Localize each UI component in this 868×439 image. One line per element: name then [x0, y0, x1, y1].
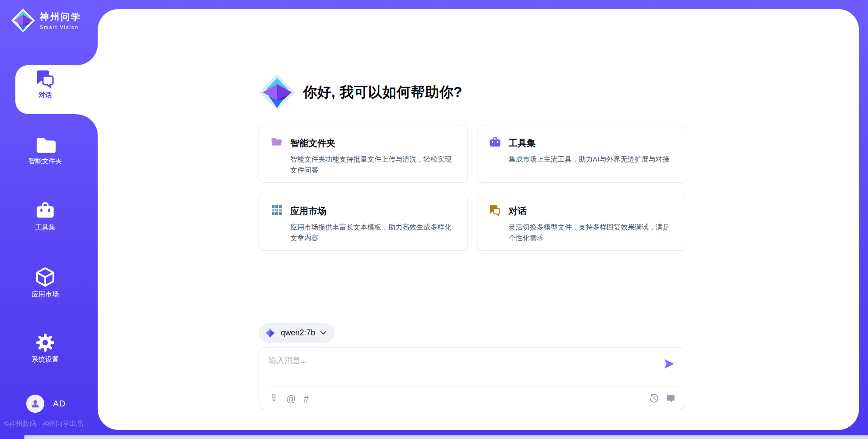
sidebar-item-label: 智能文件夹 — [0, 157, 90, 166]
send-icon — [663, 358, 675, 370]
card-title: 对话 — [509, 205, 527, 217]
brand-subtitle: Smart Vision — [40, 24, 81, 30]
chat-bubbles-icon — [0, 68, 90, 89]
sidebar-item-label: 工具集 — [0, 223, 90, 232]
main-content: 你好, 我可以如何帮助你? 智能文件夹 智能文件夹功能支持批量文件上传与清洗，轻… — [98, 9, 859, 430]
model-selector[interactable]: qwen2:7b — [259, 323, 335, 343]
briefcase-icon — [489, 136, 501, 150]
brand-name: 神州问学 — [40, 11, 81, 23]
feedback-icon[interactable] — [665, 393, 676, 404]
message-composer[interactable]: 输入消息... @ # — [259, 347, 686, 409]
horizontal-scrollbar[interactable] — [24, 435, 868, 439]
card-description: 应用市场提供丰富长文本模板，助力高效生成多样化文章内容 — [290, 222, 456, 244]
card-smart-folder[interactable]: 智能文件夹 智能文件夹功能支持批量文件上传与清洗，轻松实现文件问答 — [259, 125, 468, 183]
gear-icon — [0, 332, 90, 353]
chat-bubbles-icon — [489, 204, 501, 218]
feature-cards: 智能文件夹 智能文件夹功能支持批量文件上传与清洗，轻松实现文件问答 — [259, 125, 686, 251]
message-input[interactable]: 输入消息... — [269, 355, 307, 366]
chevron-down-icon — [320, 331, 326, 335]
attach-icon[interactable] — [269, 393, 278, 404]
cube-icon — [0, 266, 90, 288]
mention-icon[interactable]: @ — [286, 394, 296, 403]
person-icon — [30, 398, 41, 409]
topic-icon[interactable]: # — [303, 394, 309, 403]
card-title: 工具集 — [509, 137, 536, 149]
tab-fillet-top — [76, 44, 98, 66]
card-description: 智能文件夹功能支持批量文件上传与清洗，轻松实现文件问答 — [290, 154, 456, 176]
folder-open-icon — [270, 136, 283, 150]
user-initials: AD — [53, 399, 66, 409]
card-description: 灵活切换多模型文件，支持多样回复效果调试，满足个性化需求 — [509, 222, 674, 244]
toolbox-icon — [0, 200, 90, 221]
copyright-text: ©神州数码 · 神州问学出品 — [4, 420, 83, 428]
avatar — [26, 395, 44, 413]
brand-logo: 神州问学 Smart Vision — [11, 8, 81, 33]
composer-divider — [268, 387, 677, 387]
sidebar-item-settings[interactable]: 系统设置 — [0, 332, 90, 364]
sidebar-item-label: 系统设置 — [0, 355, 90, 364]
app-root: 神州问学 Smart Vision 对话 智能 — [0, 0, 868, 439]
sidebar-item-chat[interactable]: 对话 — [0, 68, 90, 100]
card-description: 集成市场上主流工具，助力AI与外界无缝扩展与对接 — [509, 154, 674, 165]
sidebar-item-app-market[interactable]: 应用市场 — [0, 266, 90, 299]
sidebar: 神州问学 Smart Vision 对话 智能 — [0, 0, 98, 439]
greeting-title: 你好, 我可以如何帮助你? — [303, 83, 462, 102]
card-chat[interactable]: 对话 灵活切换多模型文件，支持多样回复效果调试，满足个性化需求 — [477, 193, 686, 251]
card-app-market[interactable]: 应用市场 应用市场提供丰富长文本模板，助力高效生成多样化文章内容 — [259, 193, 468, 251]
card-title: 应用市场 — [290, 205, 326, 217]
sidebar-item-toolbox[interactable]: 工具集 — [0, 200, 90, 232]
app-logo-diamond-icon — [259, 74, 296, 111]
model-name: qwen2:7b — [281, 328, 315, 338]
card-toolbox[interactable]: 工具集 集成市场上主流工具，助力AI与外界无缝扩展与对接 — [477, 125, 686, 183]
brand-diamond-icon — [11, 8, 35, 33]
sidebar-item-label: 应用市场 — [0, 290, 90, 299]
sidebar-item-smart-folder[interactable]: 智能文件夹 — [0, 134, 90, 166]
history-icon[interactable] — [649, 393, 659, 404]
card-title: 智能文件夹 — [290, 137, 335, 149]
tab-fillet-bottom — [76, 114, 98, 136]
composer-toolbar: @ # — [269, 392, 676, 405]
user-profile[interactable]: AD — [26, 395, 66, 413]
greeting: 你好, 我可以如何帮助你? — [259, 74, 686, 111]
grid-icon — [270, 204, 283, 218]
sidebar-item-label: 对话 — [0, 91, 90, 100]
model-diamond-icon — [264, 327, 276, 339]
send-button[interactable] — [663, 358, 675, 370]
folder-icon — [0, 134, 90, 155]
